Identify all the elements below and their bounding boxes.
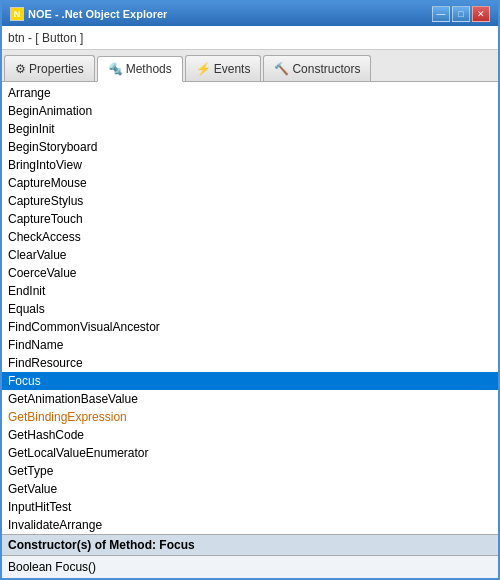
method-item[interactable]: FindCommonVisualAncestor: [2, 318, 498, 336]
maximize-button[interactable]: □: [452, 6, 470, 22]
tab-methods[interactable]: 🔩 Methods: [97, 56, 183, 82]
method-item[interactable]: CaptureMouse: [2, 174, 498, 192]
methods-list[interactable]: AddHandlerAddToEventRouteApplyAnimationC…: [2, 82, 498, 534]
constructor-title: Constructor(s) of Method: Focus: [2, 535, 498, 556]
tab-properties[interactable]: ⚙ Properties: [4, 55, 95, 81]
method-item[interactable]: Equals: [2, 300, 498, 318]
method-item[interactable]: FindName: [2, 336, 498, 354]
tab-constructors-label: Constructors: [292, 62, 360, 76]
address-bar: btn - [ Button ]: [2, 26, 498, 50]
method-item[interactable]: InputHitTest: [2, 498, 498, 516]
method-item[interactable]: ClearValue: [2, 246, 498, 264]
method-item[interactable]: BringIntoView: [2, 156, 498, 174]
tab-methods-label: Methods: [126, 62, 172, 76]
method-item[interactable]: InvalidateArrange: [2, 516, 498, 534]
app-icon: N: [10, 7, 24, 21]
minimize-button[interactable]: —: [432, 6, 450, 22]
properties-icon: ⚙: [15, 62, 26, 76]
method-item[interactable]: GetAnimationBaseValue: [2, 390, 498, 408]
method-item[interactable]: BeginAnimation: [2, 102, 498, 120]
method-item[interactable]: BeginInit: [2, 120, 498, 138]
events-icon: ⚡: [196, 62, 211, 76]
title-bar-left: N NOE - .Net Object Explorer: [10, 7, 167, 21]
method-item[interactable]: Arrange: [2, 84, 498, 102]
method-item[interactable]: CaptureStylus: [2, 192, 498, 210]
method-item[interactable]: GetType: [2, 462, 498, 480]
title-bar: N NOE - .Net Object Explorer — □ ✕: [2, 2, 498, 26]
tab-events-label: Events: [214, 62, 251, 76]
method-item[interactable]: CoerceValue: [2, 264, 498, 282]
close-button[interactable]: ✕: [472, 6, 490, 22]
constructor-panel: Constructor(s) of Method: Focus Boolean …: [2, 534, 498, 578]
window-title: NOE - .Net Object Explorer: [28, 8, 167, 20]
methods-icon: 🔩: [108, 62, 123, 76]
content-area: AddHandlerAddToEventRouteApplyAnimationC…: [2, 82, 498, 578]
constructors-icon: 🔨: [274, 62, 289, 76]
methods-container: AddHandlerAddToEventRouteApplyAnimationC…: [2, 82, 498, 534]
address-value: btn - [ Button ]: [8, 31, 83, 45]
title-controls: — □ ✕: [432, 6, 490, 22]
main-window: N NOE - .Net Object Explorer — □ ✕ btn -…: [0, 0, 500, 580]
method-item[interactable]: GetLocalValueEnumerator: [2, 444, 498, 462]
method-item[interactable]: CheckAccess: [2, 228, 498, 246]
method-item[interactable]: GetValue: [2, 480, 498, 498]
tab-constructors[interactable]: 🔨 Constructors: [263, 55, 371, 81]
tabs-bar: ⚙ Properties 🔩 Methods ⚡ Events 🔨 Constr…: [2, 50, 498, 82]
method-item[interactable]: GetHashCode: [2, 426, 498, 444]
method-item[interactable]: FindResource: [2, 354, 498, 372]
method-item[interactable]: Focus: [2, 372, 498, 390]
method-item[interactable]: CaptureTouch: [2, 210, 498, 228]
method-item[interactable]: BeginStoryboard: [2, 138, 498, 156]
method-item[interactable]: EndInit: [2, 282, 498, 300]
constructor-body: Boolean Focus(): [2, 556, 498, 578]
tab-properties-label: Properties: [29, 62, 84, 76]
tab-events[interactable]: ⚡ Events: [185, 55, 262, 81]
method-item[interactable]: GetBindingExpression: [2, 408, 498, 426]
